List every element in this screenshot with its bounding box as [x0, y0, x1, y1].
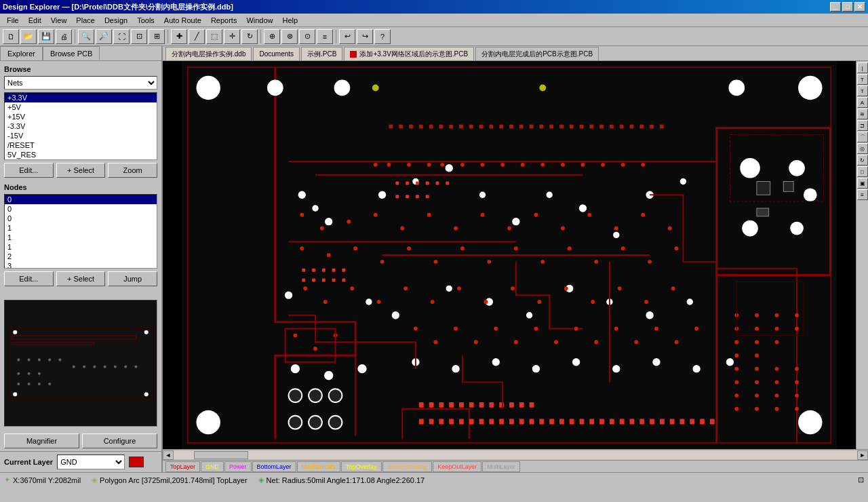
layer-tab-gnd[interactable]: GND [201, 461, 224, 472]
svg-rect-155 [700, 419, 705, 425]
node-item-1b[interactable]: 1 [5, 233, 157, 242]
doc-tab-docs[interactable]: Documents [253, 47, 300, 60]
tool-component[interactable]: ⊕ [264, 29, 280, 44]
svg-point-79 [513, 218, 519, 225]
svg-point-271 [755, 353, 759, 358]
right-tool-12[interactable]: ≡ [857, 189, 868, 200]
right-tool-8[interactable]: ◎ [857, 143, 868, 154]
layer-tab-keepout[interactable]: KeepOutLayer [433, 461, 481, 472]
maximize-btn[interactable]: □ [842, 2, 853, 12]
nets-zoom-btn[interactable]: Zoom [108, 163, 157, 178]
menu-autoroute[interactable]: Auto Route [160, 15, 205, 26]
node-item-0-sel[interactable]: 0 [5, 195, 157, 204]
tool-select[interactable]: ⬚ [206, 29, 222, 44]
configure-btn[interactable]: Configure [82, 433, 157, 448]
menu-design[interactable]: Design [100, 15, 132, 26]
menu-window[interactable]: Window [242, 15, 277, 26]
right-tool-3[interactable]: T [857, 85, 868, 96]
node-item-3[interactable]: 3 [5, 261, 157, 269]
node-item-0b[interactable]: 0 [5, 214, 157, 223]
nodes-select-btn[interactable]: + Select [56, 271, 106, 286]
doc-tab-ddb[interactable]: 分割内电层操作实例.ddb [165, 47, 252, 60]
layer-tab-multi[interactable]: MultiLayer [482, 461, 520, 472]
tool-open[interactable]: 📂 [20, 29, 37, 44]
tool-cross[interactable]: ✚ [171, 29, 187, 44]
right-tool-1[interactable]: | [857, 62, 868, 73]
right-tool-4[interactable]: A [857, 97, 868, 108]
net-item-neg15v[interactable]: -15V [5, 131, 157, 140]
menu-help[interactable]: Help [279, 15, 302, 26]
nodes-jump-btn[interactable]: Jump [108, 271, 157, 286]
menu-edit[interactable]: Edit [24, 15, 45, 26]
net-item-reset[interactable]: /RESET [5, 140, 157, 150]
tool-undo[interactable]: ↩ [339, 29, 355, 44]
tool-help[interactable]: ? [374, 29, 391, 44]
node-item-2[interactable]: 2 [5, 252, 157, 261]
tool-zoom3[interactable]: ⊞ [149, 29, 165, 44]
h-scroll-left[interactable]: ◄ [163, 450, 174, 460]
menu-place[interactable]: Place [72, 15, 99, 26]
tool-move[interactable]: ✛ [224, 29, 240, 44]
right-tool-9[interactable]: ↻ [857, 155, 868, 166]
net-item-15v[interactable]: +15V [5, 112, 157, 121]
layer-tab-bottomoverlay[interactable]: BottomOverlay [382, 461, 433, 472]
nets-dropdown[interactable]: Nets Components Pads [4, 76, 157, 90]
net-item-9vl[interactable]: 9V_L [5, 159, 157, 160]
svg-point-174 [329, 416, 342, 429]
magnifier-btn[interactable]: Magnifier [4, 433, 79, 448]
right-tool-6[interactable]: ⊐ [857, 120, 868, 131]
tool-save[interactable]: 💾 [38, 29, 54, 44]
tool-zoom2[interactable]: ⊡ [131, 29, 147, 44]
h-scroll-track[interactable] [174, 451, 857, 459]
nodes-edit-btn[interactable]: Edit... [4, 271, 54, 286]
tab-explorer[interactable]: Explorer [0, 46, 43, 60]
svg-rect-163 [479, 402, 484, 408]
minimize-btn[interactable]: _ [830, 2, 841, 12]
layer-tab-mech1[interactable]: Mechanical1 [297, 461, 341, 472]
tool-zoomout[interactable]: 🔎 [96, 29, 112, 44]
net-item-neg33v[interactable]: -3.3V [5, 121, 157, 131]
tool-pad[interactable]: ⊗ [281, 29, 298, 44]
right-tool-5[interactable]: ≋ [857, 109, 868, 119]
menu-file[interactable]: File [3, 15, 23, 26]
tab-browse-pcb[interactable]: Browse PCB [43, 46, 100, 60]
doc-tab-pcb2[interactable]: 添加+3.3V网络区域后的示意图.PCB [344, 47, 474, 60]
doc-tab-pcb3[interactable]: 分割内电层完成后的PCB示意图.PCB [475, 47, 599, 60]
svg-point-227 [323, 300, 328, 304]
right-tool-2[interactable]: T [857, 74, 868, 85]
right-tool-11[interactable]: ▣ [857, 178, 868, 189]
nets-select-btn[interactable]: + Select [56, 163, 106, 178]
tool-new[interactable]: 🗋 [3, 29, 19, 44]
menu-view[interactable]: View [47, 15, 71, 26]
net-item-5vres[interactable]: 5V_RES [5, 150, 157, 159]
menu-tools[interactable]: Tools [133, 15, 159, 26]
pcb-canvas[interactable] [163, 61, 856, 449]
net-item-5v[interactable]: +5V [5, 102, 157, 112]
tool-via[interactable]: ⊙ [299, 29, 315, 44]
tool-zoomfit[interactable]: ⛶ [113, 29, 130, 44]
tool-rotate[interactable]: ↻ [241, 29, 258, 44]
tool-zoomin[interactable]: 🔍 [78, 29, 94, 44]
layer-tab-toplayer[interactable]: TopLayer [165, 461, 200, 472]
tool-print[interactable]: 🖨 [56, 29, 72, 44]
net-item-33v[interactable]: +3.3V [5, 93, 157, 102]
tool-wire[interactable]: ╱ [189, 29, 205, 44]
h-scroll-right[interactable]: ► [857, 450, 868, 460]
layer-tab-bottomlayer[interactable]: BottomLayer [252, 461, 296, 472]
close-btn[interactable]: ✕ [854, 2, 865, 12]
tool-track[interactable]: ≡ [317, 29, 333, 44]
node-item-0a[interactable]: 0 [5, 204, 157, 214]
layer-dropdown[interactable]: GND TopLayer Power BottomLayer [57, 455, 125, 469]
layer-tab-power[interactable]: Power [224, 461, 252, 472]
h-scrollbar[interactable]: ◄ ► [163, 449, 868, 460]
h-scroll-thumb[interactable] [194, 451, 248, 459]
right-tool-10[interactable]: □ [857, 166, 868, 177]
right-tool-7[interactable]: ⌒ [857, 132, 868, 142]
doc-tab-pcb1[interactable]: 示例.PCB [301, 47, 342, 60]
node-item-1c[interactable]: 1 [5, 242, 157, 252]
menu-reports[interactable]: Reports [207, 15, 241, 26]
tool-redo[interactable]: ↪ [357, 29, 373, 44]
layer-tab-topoverlay[interactable]: TopOverlay [341, 461, 382, 472]
node-item-1a[interactable]: 1 [5, 223, 157, 233]
nets-edit-btn[interactable]: Edit... [4, 163, 54, 178]
